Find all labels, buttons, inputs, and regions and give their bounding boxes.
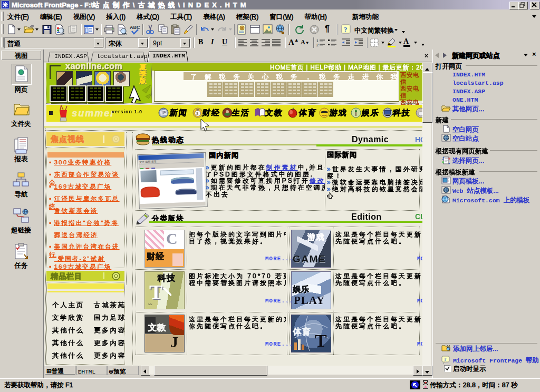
svg-text:2: 2: [316, 43, 319, 47]
svg-text:ABC: ABC: [130, 25, 140, 30]
svg-text:?: ?: [344, 25, 348, 33]
svg-text:1: 1: [316, 39, 319, 43]
svg-text:?: ?: [444, 357, 447, 362]
